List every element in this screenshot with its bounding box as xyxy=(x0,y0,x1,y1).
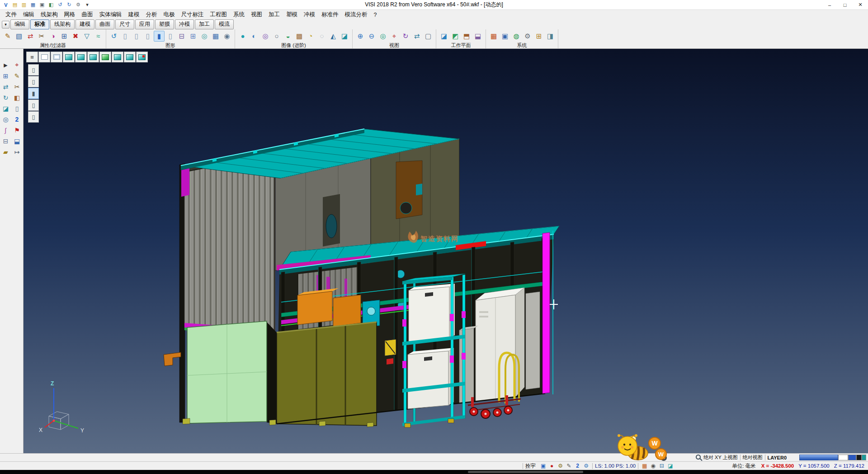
tab-5[interactable]: 曲面 xyxy=(95,19,114,29)
viewport-canvas[interactable]: Z X Y 智造资料网 xyxy=(0,49,868,453)
menu-item-6[interactable]: 实体编辑 xyxy=(96,10,125,19)
undo-icon[interactable]: ↺ xyxy=(56,1,64,9)
save-view-icon[interactable]: ⬓ xyxy=(12,136,23,146)
section-icon[interactable]: ◭ xyxy=(328,31,339,42)
sketch-icon[interactable]: ✎ xyxy=(12,71,23,81)
doc-4-icon[interactable]: ▯ xyxy=(165,31,176,42)
layers-icon[interactable]: ⊟ xyxy=(0,136,11,146)
refresh-icon[interactable]: ↺ xyxy=(108,31,119,42)
zoom-out-icon[interactable]: ⊖ xyxy=(366,31,377,42)
paint-props-icon[interactable]: ✎ xyxy=(2,31,13,42)
solid-cube-icon[interactable]: ◪ xyxy=(0,103,11,114)
workplane-3-icon[interactable]: ⬒ xyxy=(461,31,472,42)
lighting-icon[interactable]: ◔ xyxy=(305,31,316,42)
save-icon[interactable]: ▦ xyxy=(29,1,37,9)
help-2-icon[interactable]: 2 xyxy=(574,463,581,469)
export-icon[interactable]: ↦ xyxy=(12,147,23,157)
filter-icon[interactable]: ▽ xyxy=(81,31,92,42)
flat-shade-icon[interactable]: ◒ xyxy=(283,31,293,42)
menu-item-9[interactable]: 电极 xyxy=(160,10,178,19)
cut-icon[interactable]: ✂ xyxy=(36,31,47,42)
blue-swatch[interactable] xyxy=(848,455,856,460)
layer-stack-icon[interactable]: ⊟ xyxy=(176,31,187,42)
close-button[interactable]: ✕ xyxy=(853,0,868,9)
menu-item-2[interactable]: 编辑 xyxy=(20,10,38,19)
pan-icon[interactable]: ⇄ xyxy=(411,31,422,42)
new-doc-icon[interactable]: ▤ xyxy=(11,1,19,9)
minimize-button[interactable]: – xyxy=(822,0,837,9)
doc-current-icon[interactable]: ▮ xyxy=(154,31,165,42)
record-icon[interactable]: ● xyxy=(548,463,556,469)
menu-item-17[interactable]: 标准件 xyxy=(318,10,342,19)
redo-icon[interactable]: ↻ xyxy=(65,1,73,9)
monitor-icon[interactable]: ▣ xyxy=(500,31,510,42)
qat-dropdown-icon[interactable]: ▾ xyxy=(83,1,91,9)
doc-tile-1-icon[interactable]: ▯ xyxy=(28,64,39,76)
menu-item-16[interactable]: 冲模 xyxy=(301,10,318,19)
workplane-1-icon[interactable]: ◪ xyxy=(439,31,449,42)
workplane-4-icon[interactable]: ⬓ xyxy=(472,31,483,42)
menu-item-7[interactable]: 建模 xyxy=(125,10,143,19)
frame-window-icon[interactable] xyxy=(51,52,62,62)
iso-cube-5-icon[interactable] xyxy=(124,52,136,62)
trim-icon[interactable]: ✂ xyxy=(12,81,23,92)
menu-item-3[interactable]: 线架构 xyxy=(38,10,61,19)
tab-7[interactable]: 应用 xyxy=(135,19,154,29)
tab-2[interactable]: 标准 xyxy=(30,19,49,29)
doc-tile-5-icon[interactable]: ▯ xyxy=(28,111,39,123)
menu-item-11[interactable]: 工程图 xyxy=(207,10,231,19)
paint-icon[interactable]: ◧ xyxy=(12,92,23,103)
swap-icon[interactable]: ⇄ xyxy=(25,31,36,42)
doc-tile-2-icon[interactable]: ▯ xyxy=(28,76,39,87)
tab-8[interactable]: 塑膜 xyxy=(155,19,174,29)
cube-render-icon[interactable]: ◪ xyxy=(339,31,350,42)
print-icon[interactable]: ▣ xyxy=(38,1,46,9)
iso-cube-1-icon[interactable] xyxy=(63,52,75,62)
menu-item-8[interactable]: 分析 xyxy=(143,10,160,19)
iso-cube-4-icon[interactable] xyxy=(112,52,123,62)
pick-mode-field[interactable]: 拴宇 xyxy=(525,463,536,469)
ghost-icon[interactable]: ◌ xyxy=(316,31,327,42)
tab-10[interactable]: 加工 xyxy=(195,19,214,29)
maximize-button[interactable]: □ xyxy=(837,0,853,9)
white-swatch[interactable] xyxy=(838,455,848,460)
flag-icon[interactable]: ⚑ xyxy=(12,125,23,135)
doc-1-icon[interactable]: ▯ xyxy=(120,31,131,42)
tab-4[interactable]: 建模 xyxy=(75,19,94,29)
workplane-2-icon[interactable]: ◩ xyxy=(450,31,461,42)
half-shade-icon[interactable]: ◐ xyxy=(249,31,259,42)
menu-item-15[interactable]: 塑模 xyxy=(283,10,301,19)
palette-icon[interactable]: ▦ xyxy=(488,31,499,42)
viewbar-menu-icon[interactable]: ≡ xyxy=(26,52,38,62)
dark-swatch[interactable] xyxy=(856,455,862,460)
zoom-fit-icon[interactable]: ◎ xyxy=(377,31,388,42)
display-props-icon[interactable]: ▧ xyxy=(14,31,24,42)
shade-mode-icon[interactable]: ◨ xyxy=(545,31,556,42)
move-icon[interactable]: ⇄ xyxy=(0,81,11,92)
snap-point-icon[interactable]: ⌖ xyxy=(12,60,23,70)
iso-cube-red-icon[interactable] xyxy=(136,52,148,62)
cylinder-icon[interactable]: ◎ xyxy=(0,114,11,124)
database-icon[interactable]: ◎ xyxy=(199,31,210,42)
view-list-icon[interactable]: ▢ xyxy=(423,31,434,42)
monitor-status-icon[interactable]: ▣ xyxy=(539,463,547,469)
menu-item-14[interactable]: 加工 xyxy=(265,10,283,19)
iso-cube-2-icon[interactable] xyxy=(75,52,87,62)
doc-tile-4-icon[interactable]: ▯ xyxy=(28,100,39,111)
grid-icon[interactable]: ⊞ xyxy=(0,71,11,81)
doc-2-icon[interactable]: ▯ xyxy=(131,31,142,42)
group-boxes-icon[interactable]: ⊞ xyxy=(188,31,198,42)
menu-item-18[interactable]: 模流分析 xyxy=(342,10,371,19)
options-icon[interactable]: ⚙ xyxy=(74,1,82,9)
wireframe-icon[interactable]: ○ xyxy=(271,31,282,42)
iso-cube-green-icon[interactable] xyxy=(99,52,111,62)
tab-11[interactable]: 模流 xyxy=(215,19,234,29)
grid-view-icon[interactable]: ▦ xyxy=(210,31,221,42)
doc-tile-3-icon[interactable]: ▮ xyxy=(28,88,39,99)
menu-item-1[interactable]: 文件 xyxy=(2,10,20,19)
tab-3[interactable]: 线架构 xyxy=(50,19,75,29)
snap-grid-icon[interactable]: ⊞ xyxy=(533,31,544,42)
curve-icon[interactable]: ∫ xyxy=(0,125,11,135)
preview-icon[interactable]: ◉ xyxy=(222,31,232,42)
edit-status-icon[interactable]: ✎ xyxy=(565,463,573,469)
